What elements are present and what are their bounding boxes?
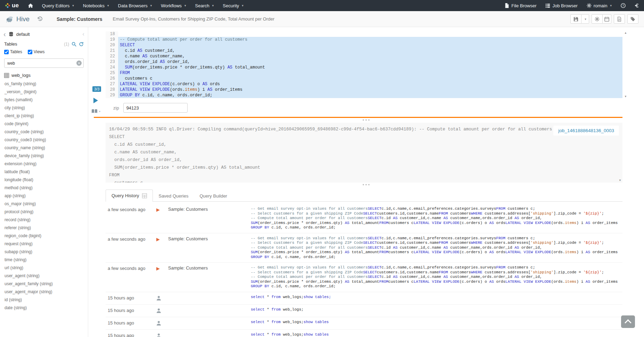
code-line[interactable]: LATERAL VIEW EXPLODE(ords.items) i AS or… xyxy=(118,87,622,93)
menu-search[interactable]: Search▾ xyxy=(191,0,218,11)
column-item[interactable]: referer (string) xyxy=(0,224,88,232)
table-search-button[interactable] xyxy=(72,42,76,47)
code-line[interactable]: GROUP BY c.id, c.name, ords.order_id; xyxy=(118,93,622,98)
editor-code[interactable]: -- Compute total amount per order for al… xyxy=(118,31,622,98)
code-line[interactable]: SUM(order_items.price * order_items.qty)… xyxy=(118,65,622,70)
column-item[interactable]: time (string) xyxy=(0,256,88,264)
refresh-button[interactable] xyxy=(79,42,84,47)
back-chevron-icon[interactable]: ‹ xyxy=(3,31,6,37)
code-line[interactable]: SELECT xyxy=(118,42,622,48)
new-document-button[interactable] xyxy=(614,14,625,24)
menu-workflows[interactable]: Workflows▾ xyxy=(156,0,190,11)
column-item[interactable]: region_code (bigint) xyxy=(0,232,88,240)
editor-scrollbar[interactable]: ▲ ▼ xyxy=(624,31,628,98)
column-item[interactable]: device_family (string) xyxy=(0,152,88,160)
results-resize-handle[interactable] xyxy=(88,183,644,187)
log-resize-handle[interactable] xyxy=(88,118,644,122)
history-sql[interactable]: select * from web_logs; xyxy=(251,307,620,312)
views-checkbox[interactable] xyxy=(28,50,32,54)
history-row[interactable]: 15 hours agoselect * from web_logs;show … xyxy=(106,330,622,337)
tab-saved-queries[interactable]: Saved Queries xyxy=(153,190,194,202)
column-item[interactable]: user_agent (string) xyxy=(0,272,88,280)
column-item[interactable]: subapp (string) xyxy=(0,248,88,256)
column-item[interactable]: record (string) xyxy=(0,216,88,224)
column-item[interactable]: longitude (float) xyxy=(0,176,88,184)
history-row[interactable]: a few seconds agoSample: Customers-- Get… xyxy=(106,263,622,292)
column-item[interactable]: country_code (string) xyxy=(0,128,88,136)
logout-button[interactable] xyxy=(630,0,644,11)
schedule-button[interactable] xyxy=(603,14,611,24)
clear-icon[interactable]: ✕ xyxy=(76,61,82,66)
menu-notebooks[interactable]: Notebooks▾ xyxy=(79,0,114,11)
recent-queries-button[interactable] xyxy=(37,16,43,22)
scroll-down-icon[interactable]: ▼ xyxy=(624,95,627,98)
code-line[interactable]: FROM xyxy=(118,70,622,76)
hive-app-link[interactable]: Hive xyxy=(6,15,30,23)
column-item[interactable]: extension (string) xyxy=(0,160,88,168)
table-filter-input[interactable] xyxy=(4,58,84,68)
column-item[interactable]: app (string) xyxy=(0,192,88,200)
code-line[interactable]: ords.order_id AS order_id, xyxy=(118,59,622,65)
code-line[interactable]: customers c xyxy=(118,76,622,81)
column-item[interactable]: protocol (string) xyxy=(0,208,88,216)
code-line[interactable] xyxy=(118,31,622,37)
column-item[interactable]: request (string) xyxy=(0,240,88,248)
home-button[interactable] xyxy=(24,0,38,11)
column-item[interactable]: method (string) xyxy=(0,184,88,192)
history-row[interactable]: 15 hours agoselect * from web_logs;show … xyxy=(106,317,622,330)
history-sql[interactable]: -- Get email survey opt-in values for al… xyxy=(251,236,620,260)
menu-security[interactable]: Security▾ xyxy=(218,0,248,11)
save-button[interactable] xyxy=(570,14,581,24)
history-row[interactable]: a few seconds agoSample: Customers-- Get… xyxy=(106,233,622,263)
file-browser-link[interactable]: File Browser xyxy=(500,0,541,11)
user-menu[interactable]: romain ▾ xyxy=(582,0,616,11)
history-row[interactable]: 15 hours agoselect * from web_logs;show … xyxy=(106,292,622,305)
menu-query-editors[interactable]: Query Editors▾ xyxy=(38,0,79,11)
column-item[interactable]: os_family (string) xyxy=(0,80,88,88)
tab-query-history[interactable]: Query History xyxy=(106,190,153,202)
column-item[interactable]: city (string) xyxy=(0,104,88,112)
log-scroll-down-icon[interactable]: ▼ xyxy=(619,179,621,182)
execute-button[interactable] xyxy=(93,98,98,103)
hue-logo[interactable]: ue xyxy=(0,0,24,11)
column-item[interactable]: user_agent_family (string) xyxy=(0,280,88,288)
column-item[interactable]: os_major (string) xyxy=(0,200,88,208)
tags-button[interactable] xyxy=(627,14,638,24)
settings-button[interactable] xyxy=(592,14,603,24)
assist-book-toggle[interactable]: ▾ xyxy=(91,109,100,114)
code-line[interactable]: c.name AS customer_name, xyxy=(118,54,622,59)
column-item[interactable]: country_name (string) xyxy=(0,144,88,152)
history-sql[interactable]: select * from web_logs;show tables xyxy=(251,320,620,325)
history-sql[interactable]: -- Get email survey opt-in values for al… xyxy=(251,265,620,289)
scroll-up-icon[interactable]: ▲ xyxy=(624,31,627,34)
code-line[interactable]: LATERAL VIEW EXPLODE(c.orders) o AS ords xyxy=(118,81,622,87)
menu-data-browsers[interactable]: Data Browsers▾ xyxy=(114,0,157,11)
history-row[interactable]: a few seconds agoSample: Customers-- Get… xyxy=(106,204,622,233)
column-item[interactable]: url (string) xyxy=(0,264,88,272)
collapse-chevron-icon[interactable]: ‹ xyxy=(82,31,84,38)
history-sql[interactable]: select * from web_logs;show tables xyxy=(251,332,620,337)
column-item[interactable]: code (tinyint) xyxy=(0,120,88,128)
column-item[interactable]: id (string) xyxy=(0,296,88,304)
job-link[interactable]: job_1461888648136_0003 xyxy=(558,128,614,133)
column-item[interactable]: user_agent_major (string) xyxy=(0,288,88,296)
table-item-web-logs[interactable]: web_logs xyxy=(0,69,88,79)
code-line[interactable]: c.id AS customer_id, xyxy=(118,48,622,54)
column-item[interactable]: country_code3 (string) xyxy=(0,136,88,144)
column-item[interactable]: client_ip (string) xyxy=(0,112,88,120)
database-name[interactable]: default xyxy=(16,32,30,37)
job-browser-link[interactable]: Job Browser xyxy=(541,0,582,11)
tab-query-builder[interactable]: Query Builder xyxy=(194,190,232,202)
help-button[interactable]: ? xyxy=(616,0,630,11)
history-sql[interactable]: -- Get email survey opt-in values for al… xyxy=(251,207,620,230)
sql-editor[interactable]: 181920212223242526272829 -- Compute tota… xyxy=(106,31,622,98)
column-item[interactable]: date (string) xyxy=(0,304,88,312)
column-item[interactable]: latitude (float) xyxy=(0,168,88,176)
code-line[interactable]: -- Compute total amount per order for al… xyxy=(118,37,622,42)
scroll-to-top-button[interactable] xyxy=(621,315,635,328)
column-item[interactable]: _version_ (bigint) xyxy=(0,88,88,96)
save-options-button[interactable]: ▾ xyxy=(581,14,589,24)
history-sql[interactable]: select * from web_logs;show tables; xyxy=(251,295,620,300)
column-item[interactable]: bytes (smallint) xyxy=(0,96,88,104)
zip-variable-input[interactable] xyxy=(123,103,188,113)
